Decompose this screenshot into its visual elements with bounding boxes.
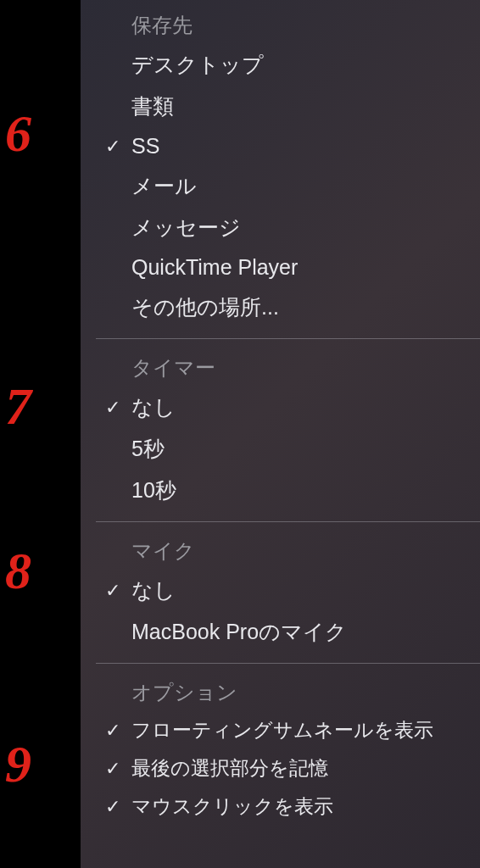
section-header-options: オプション xyxy=(81,672,480,711)
check-icon: ✓ xyxy=(105,397,120,419)
menu-item-label: 5秒 xyxy=(131,435,480,463)
check-icon: ✓ xyxy=(105,758,120,780)
menu-item-label: SS xyxy=(131,134,480,159)
annotation-7: 7 xyxy=(5,380,31,432)
check-icon: ✓ xyxy=(105,796,120,818)
menu-separator xyxy=(96,338,480,339)
annotation-9: 9 xyxy=(5,737,31,790)
menu-item-label: マウスクリックを表示 xyxy=(131,793,480,820)
section-header-save-to: 保存先 xyxy=(81,5,480,44)
menu-item-timer-10s[interactable]: 10秒 xyxy=(81,470,480,511)
check-slot: ✓ xyxy=(94,758,131,780)
menu-item-mail[interactable]: メール xyxy=(81,165,480,207)
menu-item-timer-5s[interactable]: 5秒 xyxy=(81,428,480,470)
check-icon: ✓ xyxy=(105,720,120,742)
annotation-strip: 6 7 8 9 xyxy=(0,0,81,868)
check-slot: ✓ xyxy=(94,796,131,818)
menu-item-ss[interactable]: ✓ SS xyxy=(81,127,480,165)
menu-item-desktop[interactable]: デスクトップ xyxy=(81,44,480,86)
menu-item-label: 最後の選択部分を記憶 xyxy=(131,755,480,782)
check-icon: ✓ xyxy=(105,580,120,602)
annotation-8: 8 xyxy=(5,544,31,597)
menu-item-timer-none[interactable]: ✓ なし xyxy=(81,387,480,428)
menu-item-remember-selection[interactable]: ✓ 最後の選択部分を記憶 xyxy=(81,749,480,787)
annotation-6: 6 xyxy=(5,107,31,159)
menu-item-label: フローティングサムネールを表示 xyxy=(131,717,480,743)
menu-item-quicktime[interactable]: QuickTime Player xyxy=(81,248,480,287)
check-slot: ✓ xyxy=(94,397,131,419)
menu-item-label: QuickTime Player xyxy=(131,255,480,280)
section-header-mic: マイク xyxy=(81,531,480,570)
check-slot: ✓ xyxy=(94,136,131,158)
menu-item-label: その他の場所... xyxy=(131,293,480,321)
menu-item-mic-macbook[interactable]: MacBook Proのマイク xyxy=(81,611,480,653)
menu-item-label: なし xyxy=(131,576,480,604)
menu-item-label: メール xyxy=(131,172,480,200)
menu-item-label: メッセージ xyxy=(131,214,480,242)
menu-item-other-location[interactable]: その他の場所... xyxy=(81,287,480,328)
menu-item-floating-thumbnail[interactable]: ✓ フローティングサムネールを表示 xyxy=(81,711,480,749)
check-icon: ✓ xyxy=(105,136,120,158)
options-menu: 保存先 デスクトップ 書類 ✓ SS メール メッセージ QuickTime P… xyxy=(81,0,480,826)
check-slot: ✓ xyxy=(94,720,131,742)
menu-item-label: なし xyxy=(131,393,480,421)
menu-item-mic-none[interactable]: ✓ なし xyxy=(81,570,480,611)
menu-item-label: デスクトップ xyxy=(131,51,480,79)
menu-item-documents[interactable]: 書類 xyxy=(81,86,480,127)
section-header-timer: タイマー xyxy=(81,348,480,387)
check-slot: ✓ xyxy=(94,580,131,602)
menu-separator xyxy=(96,521,480,522)
menu-item-label: MacBook Proのマイク xyxy=(131,618,480,646)
menu-item-messages[interactable]: メッセージ xyxy=(81,207,480,248)
menu-item-show-clicks[interactable]: ✓ マウスクリックを表示 xyxy=(81,787,480,826)
menu-separator xyxy=(96,663,480,664)
menu-item-label: 10秒 xyxy=(131,476,480,504)
menu-item-label: 書類 xyxy=(131,92,480,120)
